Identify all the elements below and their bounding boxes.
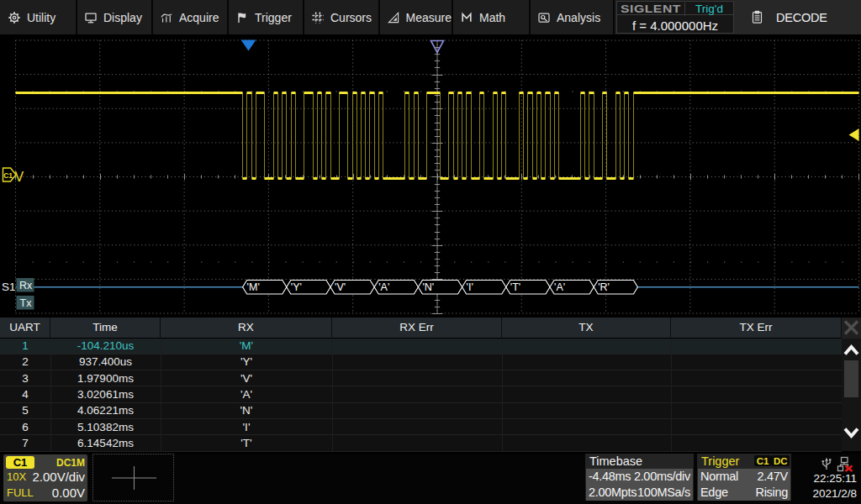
svg-text:'I': 'I' bbox=[467, 281, 473, 293]
svg-text:'A': 'A' bbox=[378, 281, 389, 293]
svg-text:V: V bbox=[15, 170, 24, 184]
svg-text:Tx: Tx bbox=[20, 297, 33, 309]
svg-text:'T': 'T' bbox=[510, 281, 520, 293]
svg-text:S1: S1 bbox=[2, 281, 16, 293]
svg-text:Rx: Rx bbox=[19, 280, 33, 291]
svg-text:'N': 'N' bbox=[422, 281, 434, 293]
svg-text:'M': 'M' bbox=[247, 281, 260, 293]
svg-text:'V': 'V' bbox=[335, 281, 346, 293]
svg-text:'R': 'R' bbox=[598, 281, 610, 293]
svg-text:'Y': 'Y' bbox=[291, 281, 302, 293]
svg-text:'A': 'A' bbox=[554, 281, 565, 293]
svg-text:C1: C1 bbox=[3, 171, 13, 180]
